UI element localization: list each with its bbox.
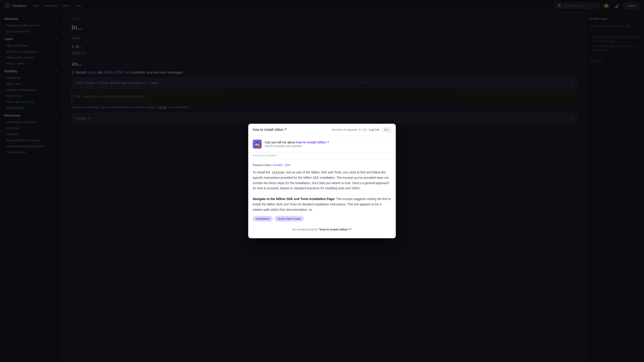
request-hash-link[interactable]: 0xda69...d0fa <box>273 163 290 167</box>
modal-request-hash: Request Hash: 0xda69...d0fa <box>253 163 391 167</box>
no-results-query: "how to install nillion ?" <box>318 228 352 231</box>
answer-bold: Navigate to the Nillion SDK and Tools In… <box>253 197 335 201</box>
ai-banner-subtitle: Use AI to answer your question <box>265 145 391 148</box>
ai-banner-title: Can you tell me about how to install nil… <box>265 141 391 144</box>
modal-logout-link[interactable]: Log Out <box>369 128 379 131</box>
modal-query-text: how to install nillion ? <box>253 128 286 132</box>
nillion-code: nillion <box>271 171 286 175</box>
modal-powered-by: Powered by Galadriel <box>248 152 396 159</box>
modal-ai-banner: 🧙 Can you tell me about how to install n… <box>248 136 396 152</box>
modal-answer: To install the nillion tool as part of t… <box>253 170 391 213</box>
modal-body: 🧙 Can you tell me about how to install n… <box>248 136 396 238</box>
modal-header: how to install nillion ? Number of reque… <box>248 124 396 136</box>
modal-tags: Installation Quick Start Guide <box>253 216 391 221</box>
ai-avatar: 🧙 <box>253 140 262 149</box>
tag-quick-start[interactable]: Quick Start Guide <box>274 216 304 221</box>
ai-banner-text: Can you tell me about how to install nil… <box>265 141 391 148</box>
modal-esc-button[interactable]: Esc <box>382 127 391 132</box>
modal-header-right: Number of requests: 4 / 10 Log Out Esc <box>332 127 391 132</box>
modal-content-area: Request Hash: 0xda69...d0fa To install t… <box>248 159 396 238</box>
tag-installation[interactable]: Installation <box>253 216 273 221</box>
ai-highlight-query: how to install nillion ? <box>296 141 329 144</box>
modal-no-results: No results found for "how to install nil… <box>253 225 391 234</box>
modal-stats: Number of requests: 4 / 10 <box>332 128 366 131</box>
modal-overlay[interactable]: how to install nillion ? Number of reque… <box>0 0 644 362</box>
ai-modal: how to install nillion ? Number of reque… <box>248 124 396 238</box>
